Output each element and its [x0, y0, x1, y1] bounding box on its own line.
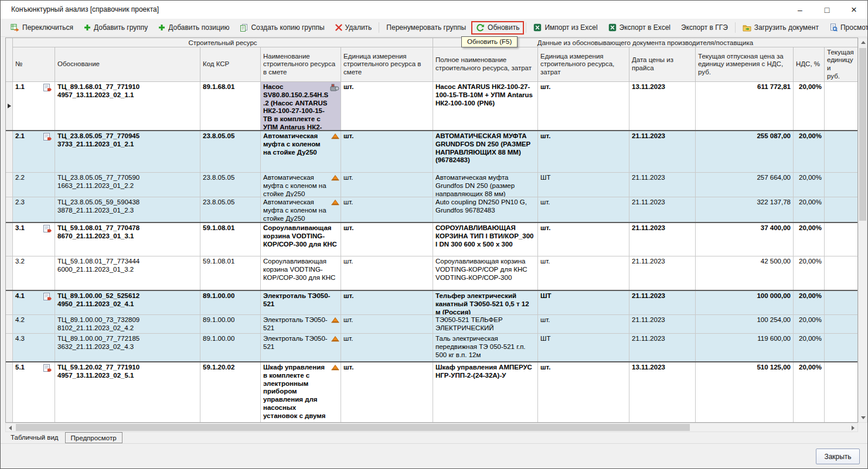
cell-price-no-vat[interactable]	[825, 315, 857, 333]
cell-price[interactable]: 37 400,00	[696, 223, 794, 256]
row-indicator[interactable]	[6, 173, 13, 197]
table-row-3.2[interactable]: 3.2ТЦ_59.1.08.01_77_773444 6000_21.11.20…	[6, 256, 857, 290]
cell-number[interactable]: 3.2	[13, 256, 55, 290]
cell-price-no-vat[interactable]	[825, 131, 857, 172]
cell-justification[interactable]: ТЦ_59.1.08.01_77_773444 6000_21.11.2023_…	[55, 256, 200, 290]
cell-price-no-vat[interactable]	[825, 82, 857, 130]
table-row-2.2[interactable]: 2.2ТЦ_23.8.05.05_77_770590 1663_21.11.20…	[6, 172, 857, 197]
cell-ksr-code[interactable]: 89.1.00.00	[200, 334, 261, 361]
tab-table-view[interactable]: Табличный вид	[5, 432, 64, 443]
cell-ksr-code[interactable]: 59.1.20.02	[200, 362, 261, 423]
row-indicator[interactable]	[6, 362, 13, 423]
cell-unit-supplier[interactable]: шт.	[538, 197, 629, 222]
cell-price-date[interactable]: 13.11.2023	[629, 82, 696, 130]
import-excel-button[interactable]: Импорт из Excel	[528, 20, 603, 35]
cell-price-no-vat[interactable]	[825, 256, 857, 290]
cell-unit-supplier[interactable]: шт.	[538, 131, 629, 172]
cell-price[interactable]: 257 664,00	[696, 173, 794, 197]
copy-group-button[interactable]: Создать копию группы	[234, 20, 329, 35]
cell-justification[interactable]: ТЦ_59.1.20.02_77_771910 4957_13.11.2023_…	[55, 362, 200, 423]
cell-unit-estimate[interactable]: шт.	[341, 334, 433, 361]
cell-price-date[interactable]: 21.11.2023	[629, 315, 696, 333]
export-excel-button[interactable]: Экспорт в Excel	[603, 20, 676, 35]
cell-vat[interactable]: 20,00%	[794, 173, 825, 197]
row-indicator[interactable]	[6, 334, 13, 361]
cell-resource-name[interactable]: Электроталь ТЭ050-521	[261, 315, 341, 333]
cell-vat[interactable]: 20,00%	[794, 334, 825, 361]
row-indicator[interactable]	[6, 197, 13, 222]
cell-price-no-vat[interactable]	[825, 197, 857, 222]
cell-unit-supplier[interactable]: шт.	[538, 256, 629, 290]
cell-price[interactable]: 322 137,78	[696, 197, 794, 222]
column-header-price-no-vat[interactable]: Текущая единицу и руб.	[825, 47, 858, 82]
cell-resource-name[interactable]: Автоматическая муфта с коленом на стойке…	[261, 197, 341, 222]
row-indicator[interactable]	[6, 291, 13, 314]
cell-full-name[interactable]: Тельфер электрический канатный ТЭ050-521…	[433, 291, 538, 314]
horizontal-scrollbar[interactable]	[5, 423, 858, 432]
cell-number[interactable]: 5.1	[13, 362, 55, 423]
cell-ksr-code[interactable]: 89.1.00.00	[200, 291, 261, 314]
cell-vat[interactable]: 20,00%	[794, 315, 825, 333]
cell-unit-estimate[interactable]: шт.	[341, 256, 433, 290]
cell-number[interactable]: 2.2	[13, 173, 55, 197]
renumber-groups-button[interactable]: Перенумеровать группы	[381, 20, 471, 35]
cell-justification[interactable]: ТЦ_23.8.05.05_77_770590 1663_21.11.2023_…	[55, 173, 200, 197]
cell-vat[interactable]: 20,00%	[794, 82, 825, 130]
cell-resource-name[interactable]: Электроталь ТЭ050-521	[261, 291, 341, 314]
cell-vat[interactable]: 20,00%	[794, 256, 825, 290]
cell-resource-name[interactable]: Автоматическая муфта с коленом на стойке…	[261, 131, 341, 172]
cell-number[interactable]: 4.2	[13, 315, 55, 333]
switch-view-button[interactable]: Переключиться	[5, 20, 79, 35]
export-gge-button[interactable]: Экспорт в ГГЭ	[676, 20, 733, 35]
cell-price-no-vat[interactable]	[825, 362, 857, 423]
refresh-button[interactable]: Обновить	[471, 21, 524, 35]
cell-price-date[interactable]: 13.11.2023	[629, 362, 696, 423]
cell-resource-name[interactable]: Насос SV80.80.150.2.54H.S.2 (Насос ANTAR…	[261, 82, 341, 130]
table-row-1.1[interactable]: 1.1ТЦ_89.1.68.01_77_771910 4957_13.11.20…	[6, 82, 857, 130]
cell-ksr-code[interactable]: 23.8.05.05	[200, 131, 261, 172]
scroll-down-icon[interactable]	[861, 416, 866, 419]
cell-justification[interactable]: ТЦ_89.1.00.00_52_525612 4950_21.11.2023_…	[55, 291, 200, 314]
column-header-unit-estimate[interactable]: Единица измерения строительного ресурса …	[341, 47, 433, 82]
cell-unit-supplier[interactable]: ШТ	[538, 173, 629, 197]
add-position-button[interactable]: Добавить позицию	[153, 20, 234, 35]
horizontal-scroll-thumb[interactable]	[16, 424, 690, 431]
column-header-justification[interactable]: Обоснование	[55, 47, 200, 82]
cell-price-no-vat[interactable]	[825, 334, 857, 361]
column-header-full-name[interactable]: Полное наименование строительного ресурс…	[433, 47, 538, 82]
cell-price-date[interactable]: 21.11.2023	[629, 256, 696, 290]
table-row-2.3[interactable]: 2.3ТЦ_23.8.05.05_59_590438 3878_21.11.20…	[6, 197, 857, 222]
cell-price-date[interactable]: 21.11.2023	[629, 131, 696, 172]
cell-resource-name[interactable]: Электроталь ТЭ050-521	[261, 334, 341, 361]
cell-full-name[interactable]: Таль электрическая передвижная ТЭ 050-52…	[433, 334, 538, 361]
cell-number[interactable]: 2.3	[13, 197, 55, 222]
column-header-unit-supplier[interactable]: Единица измерения строительного ресурса,…	[538, 47, 629, 82]
table-row-5.1[interactable]: 5.1ТЦ_59.1.20.02_77_771910 4957_13.11.20…	[6, 361, 857, 423]
vertical-scroll-thumb[interactable]	[859, 48, 866, 221]
row-indicator[interactable]	[6, 82, 13, 130]
cell-unit-supplier[interactable]: ШТ	[538, 291, 629, 314]
table-row-2.1[interactable]: 2.1ТЦ_23.8.05.05_77_770945 3733_21.11.20…	[6, 130, 857, 172]
cell-resource-name[interactable]: Автоматическая муфта с коленом на стойке…	[261, 173, 341, 197]
cell-price-date[interactable]: 21.11.2023	[629, 197, 696, 222]
maximize-button[interactable]: □	[813, 1, 840, 19]
cell-number[interactable]: 4.1	[13, 291, 55, 314]
cell-full-name[interactable]: Шкаф управления АМПЕРУС НГР-УПП-2-(24-32…	[433, 362, 538, 423]
cell-unit-estimate[interactable]: шт.	[341, 173, 433, 197]
column-header-price-date[interactable]: Дата цены из прайса	[629, 47, 696, 82]
row-indicator[interactable]	[6, 223, 13, 256]
cell-price-date[interactable]: 21.11.2023	[629, 223, 696, 256]
cell-vat[interactable]: 20,00%	[794, 131, 825, 172]
cell-full-name[interactable]: Автоматическая муфта Grundfos DN 250 (ра…	[433, 173, 538, 197]
cell-price-date[interactable]: 21.11.2023	[629, 291, 696, 314]
cell-ksr-code[interactable]: 89.1.00.00	[200, 315, 261, 333]
cell-unit-estimate[interactable]: шт.	[341, 82, 433, 130]
cell-justification[interactable]: ТЦ_89.1.68.01_77_771910 4957_13.11.2023_…	[55, 82, 200, 130]
table-row-4.3[interactable]: 4.3ТЦ_89.1.00.00_77_772185 3632_21.11.20…	[6, 333, 857, 361]
scroll-up-icon[interactable]	[861, 41, 866, 44]
column-header-ksr-code[interactable]: Код КСР	[200, 47, 261, 82]
cell-price-date[interactable]: 21.11.2023	[629, 334, 696, 361]
window-close-button[interactable]: ×	[840, 1, 867, 19]
cell-ksr-code[interactable]: 59.1.08.01	[200, 256, 261, 290]
close-dialog-button[interactable]: Закрыть	[816, 449, 860, 464]
